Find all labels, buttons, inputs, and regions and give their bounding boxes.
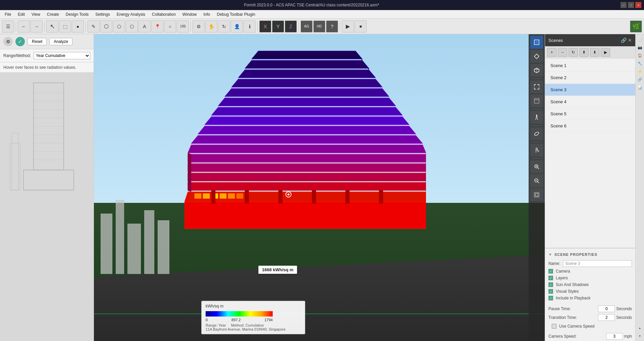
toolbar-axis-z[interactable]: Z [285, 20, 297, 33]
scenes-close-icon[interactable]: ✕ [628, 38, 632, 43]
menu-design-tools[interactable]: Design Tools [62, 11, 92, 17]
view-hand-icon[interactable] [530, 144, 543, 157]
scene-play-button[interactable]: ▶ [601, 48, 610, 57]
scene-item-5[interactable]: Scene 5 [545, 108, 635, 120]
camera-label: Camera [556, 269, 570, 274]
view-orbit-icon[interactable] [530, 127, 543, 140]
pause-time-controls: Seconds [598, 305, 632, 312]
toolbar-axis-y[interactable]: Y [272, 20, 284, 33]
right-icon-5[interactable]: ⚡ [636, 68, 644, 75]
toolbar-play[interactable]: ▶ [342, 20, 354, 33]
menu-energy-analysis[interactable]: Energy Analysis [113, 11, 149, 17]
menu-create[interactable]: Create [44, 11, 62, 17]
camera-speed-input[interactable] [606, 333, 623, 340]
scene-item-6[interactable]: Scene 6 [545, 120, 635, 132]
settings-gear-icon[interactable]: ⚙ [3, 37, 13, 46]
toolbar-help[interactable]: ? [326, 20, 338, 33]
view-front-icon[interactable] [530, 36, 543, 49]
right-scroll-up[interactable]: ▲ [636, 324, 644, 332]
right-icon-3[interactable]: 🏠 [636, 52, 644, 59]
layers-checkbox[interactable]: ✓ [548, 276, 553, 280]
menu-view[interactable]: View [28, 11, 44, 17]
toolbar-orbit[interactable]: ○ [164, 20, 176, 33]
include-playback-checkbox[interactable]: ✓ [548, 296, 553, 300]
use-camera-speed-checkbox[interactable] [552, 324, 556, 329]
view-top-icon[interactable] [530, 50, 543, 63]
toolbar-3d-shape[interactable]: ⬡ [100, 20, 112, 33]
confirm-check-icon[interactable]: ✓ [15, 37, 25, 46]
toolbar-pencil[interactable]: ✎ [88, 20, 100, 33]
scene-remove-button[interactable]: − [558, 48, 567, 57]
right-icon-4[interactable]: 🔧 [636, 60, 644, 67]
toolbar-redo[interactable]: → [31, 20, 43, 33]
toolbar-menu-icon[interactable]: ☰ [2, 20, 14, 33]
scene-item-2[interactable]: Scene 2 [545, 72, 635, 84]
scene-item-3[interactable]: Scene 3 [545, 84, 635, 96]
close-button[interactable]: ✕ [635, 2, 641, 8]
menu-settings[interactable]: Settings [92, 11, 113, 17]
toolbar-select[interactable]: ↖ [46, 20, 58, 33]
pause-time-input[interactable] [598, 305, 615, 312]
view-walk-icon[interactable] [530, 111, 543, 124]
bg-building-1 [101, 214, 112, 274]
menu-edit[interactable]: Edit [14, 11, 28, 17]
right-icon-2[interactable]: 📷 [636, 44, 644, 51]
reset-button[interactable]: Reset [28, 38, 47, 45]
toolbar-axis-x[interactable]: X [259, 20, 271, 33]
scene-move-up-button[interactable]: ⬆ [579, 48, 589, 57]
toolbar-undo[interactable]: ← [18, 20, 30, 33]
view-zoom-extents-icon[interactable] [530, 188, 543, 201]
view-3d-icon[interactable] [530, 64, 543, 77]
menu-collaboration[interactable]: Collaboration [149, 11, 179, 17]
view-zoom-out2-icon[interactable] [530, 174, 543, 187]
toolbar-loft[interactable]: ⬡ [126, 20, 138, 33]
collapse-icon[interactable]: ▼ [548, 252, 552, 257]
maximize-button[interactable]: □ [628, 2, 634, 8]
right-icon-1[interactable]: ⬜ [636, 36, 644, 43]
menu-file[interactable]: File [1, 11, 14, 17]
scene-update-button[interactable]: ↻ [569, 48, 578, 57]
range-method-select[interactable]: Year Cumulative Month Cumulative Day Pea… [34, 52, 90, 59]
minimize-button[interactable]: ─ [621, 2, 627, 8]
menu-info[interactable]: Info [200, 11, 214, 17]
toolbar-info[interactable]: ℹ [244, 20, 256, 33]
scene-item-4[interactable]: Scene 4 [545, 96, 635, 108]
toolbar-people[interactable]: 👤 [231, 20, 243, 33]
scene-name-input[interactable] [563, 260, 632, 267]
right-icon-6[interactable]: 🔗 [636, 76, 644, 83]
toolbar-ag[interactable]: AG [301, 20, 313, 33]
main-area: ⚙ ✓ Reset Analyze Range/Method: Year Cum… [0, 34, 644, 341]
scenes-panel: Scenes 🔗 ✕ + − ↻ ⬆ ⬇ ▶ Scene 1 Scene 2 S… [545, 34, 635, 341]
toolbar-measure[interactable]: ● [72, 20, 84, 33]
toolbar-hand[interactable]: ✋ [205, 20, 217, 33]
toolbar-snap[interactable]: ⬚ [59, 20, 71, 33]
menu-debug-toolbar[interactable]: Debug Toolbar Plugin [214, 11, 259, 17]
svg-marker-21 [211, 107, 402, 115]
analyze-button[interactable]: Analyze [49, 38, 72, 45]
scene-item-1[interactable]: Scene 1 [545, 60, 635, 72]
camera-checkbox[interactable]: ✓ [548, 269, 553, 274]
toolbar-settings[interactable]: ⚙ [193, 20, 205, 33]
view-zoom-in-icon[interactable] [530, 160, 543, 173]
toolbar-right-icon[interactable]: 🌿 [630, 20, 642, 33]
viewport[interactable]: 1668 kWh/sq m kWh/sq m 0 897.2 1794 Rang… [94, 34, 545, 341]
transition-time-input[interactable] [598, 314, 615, 321]
right-scroll-down[interactable]: ▼ [636, 332, 644, 340]
view-zoom-out-icon[interactable] [530, 95, 543, 107]
right-icon-7[interactable]: 📊 [636, 84, 644, 91]
toolbar-count[interactable]: 199 [177, 20, 189, 33]
sun-shadows-checkbox[interactable]: ✓ [548, 282, 553, 287]
scene-add-button[interactable]: + [547, 48, 556, 57]
view-zoom-fit-icon[interactable] [530, 80, 543, 93]
toolbar-stop[interactable]: ■ [355, 20, 367, 33]
toolbar-location[interactable]: 📍 [151, 20, 163, 33]
visual-styles-checkbox[interactable]: ✓ [548, 289, 553, 294]
toolbar-push-pull[interactable]: ⬡ [113, 20, 125, 33]
scenes-pin-icon[interactable]: 🔗 [621, 38, 627, 43]
toolbar-text[interactable]: A [139, 20, 151, 33]
toolbar-hd[interactable]: HD [313, 20, 325, 33]
view-sep-4 [532, 142, 542, 142]
toolbar-refresh[interactable]: ↻ [218, 20, 230, 33]
scene-move-down-button[interactable]: ⬇ [590, 48, 599, 57]
menu-window[interactable]: Window [179, 11, 200, 17]
